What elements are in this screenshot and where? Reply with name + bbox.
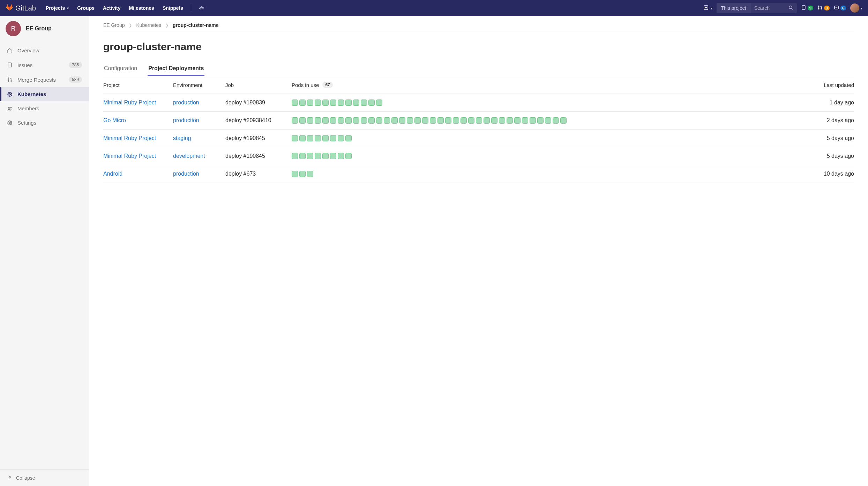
todos-count-pill: 6	[840, 6, 846, 10]
svg-rect-6	[835, 6, 838, 9]
nav-projects-label: Projects	[46, 5, 65, 11]
environment-link[interactable]: production	[173, 171, 222, 177]
sidebar-context[interactable]: R EE Group	[0, 16, 89, 41]
pod-indicator	[330, 135, 336, 141]
pod-indicator	[407, 117, 413, 124]
search-icon[interactable]	[788, 5, 793, 11]
issues-count: 785	[69, 62, 82, 68]
brand-name: GitLab	[15, 4, 36, 12]
job-cell: deploy #190845	[225, 135, 288, 141]
nav-admin-wrench[interactable]	[195, 1, 208, 15]
sidebar-collapse[interactable]: Collapse	[0, 469, 89, 486]
project-link[interactable]: Minimal Ruby Project	[103, 153, 170, 159]
members-icon	[7, 106, 13, 111]
pod-indicator	[361, 117, 367, 124]
primary-nav: Projects ▾ Groups Activity Milestones Sn…	[42, 1, 208, 15]
merge-count-pill: 3	[824, 6, 830, 10]
pod-indicator	[376, 117, 382, 124]
table-row: Minimal Ruby Projectdevelopmentdeploy #1…	[103, 147, 854, 165]
pod-indicator	[437, 117, 444, 124]
table-row: Go Microproductiondeploy #209384102 days…	[103, 112, 854, 130]
pod-indicator	[461, 117, 467, 124]
merge-count: 589	[69, 76, 82, 83]
pod-indicator	[445, 117, 451, 124]
project-link[interactable]: Minimal Ruby Project	[103, 135, 170, 141]
crumb-current: group-cluster-name	[173, 22, 218, 28]
sidebar-item-merge-requests[interactable]: Merge Requests 589	[0, 72, 89, 87]
updated-cell: 1 day ago	[805, 100, 854, 106]
sidebar-item-issues[interactable]: Issues 785	[0, 58, 89, 72]
pod-indicator	[514, 117, 521, 124]
new-menu[interactable]: ▾	[703, 5, 712, 11]
nav-snippets[interactable]: Snippets	[159, 2, 187, 14]
environment-link[interactable]: production	[173, 117, 222, 124]
sidebar-item-overview[interactable]: Overview	[0, 43, 89, 58]
pod-indicator	[322, 153, 329, 159]
plus-square-icon	[703, 5, 709, 11]
project-link[interactable]: Go Micro	[103, 117, 170, 124]
pod-indicator	[345, 100, 352, 106]
pod-indicator	[322, 100, 329, 106]
search-scope[interactable]: This project	[717, 3, 750, 13]
nav-groups[interactable]: Groups	[74, 2, 98, 14]
pod-indicator	[307, 100, 313, 106]
nav-todos-shortcut[interactable]: 6	[834, 5, 846, 11]
pod-indicator	[384, 117, 390, 124]
tab-configuration[interactable]: Configuration	[103, 61, 138, 76]
svg-point-10	[11, 81, 12, 82]
pod-indicator	[530, 117, 536, 124]
breadcrumb: EE Group ❯ Kubernetes ❯ group-cluster-na…	[103, 22, 854, 33]
pod-indicator	[468, 117, 474, 124]
nav-activity[interactable]: Activity	[99, 2, 124, 14]
chevron-down-icon: ▾	[711, 6, 712, 10]
sidebar-item-kubernetes[interactable]: Kubernetes	[0, 87, 89, 101]
brand-logo[interactable]: GitLab	[6, 3, 36, 13]
pod-indicator	[330, 117, 336, 124]
pod-indicator	[499, 117, 505, 124]
user-menu[interactable]: ▾	[850, 3, 862, 13]
pod-indicator	[299, 153, 306, 159]
nav-merge-shortcut[interactable]: 3	[817, 5, 830, 11]
pod-indicator	[307, 171, 313, 177]
tab-project-deployments[interactable]: Project Deployments	[148, 61, 204, 76]
sidebar-item-settings[interactable]: Settings	[0, 116, 89, 130]
sidebar-item-members[interactable]: Members	[0, 101, 89, 116]
pod-indicator	[537, 117, 544, 124]
svg-point-8	[8, 78, 9, 79]
pod-indicator	[307, 117, 313, 124]
search-input[interactable]	[754, 5, 786, 11]
environment-link[interactable]: staging	[173, 135, 222, 141]
home-icon	[7, 48, 13, 53]
nav-projects[interactable]: Projects ▾	[42, 2, 72, 14]
pod-indicator	[299, 100, 306, 106]
pod-indicator	[307, 153, 313, 159]
project-link[interactable]: Minimal Ruby Project	[103, 100, 170, 106]
chevron-down-icon: ▾	[67, 6, 69, 10]
pod-indicator	[345, 117, 352, 124]
pod-indicator	[522, 117, 528, 124]
updated-cell: 2 days ago	[805, 117, 854, 124]
issues-icon	[801, 5, 806, 11]
crumb-kubernetes[interactable]: Kubernetes	[136, 22, 161, 28]
table-row: Minimal Ruby Projectproductiondeploy #19…	[103, 94, 854, 112]
sidebar-item-label: Settings	[17, 120, 36, 126]
crumb-group[interactable]: EE Group	[103, 22, 125, 28]
pod-indicator	[368, 117, 375, 124]
pod-indicator	[315, 100, 321, 106]
pod-indicator	[315, 153, 321, 159]
todos-icon	[834, 5, 839, 11]
pod-indicator	[560, 117, 567, 124]
svg-point-3	[818, 6, 819, 7]
col-pods: Pods in use 67	[292, 82, 802, 88]
pods-total-badge: 67	[322, 82, 332, 88]
environment-link[interactable]: production	[173, 100, 222, 106]
pod-indicator	[315, 135, 321, 141]
project-link[interactable]: Android	[103, 171, 170, 177]
deployments-table: Project Environment Job Pods in use 67 L…	[103, 76, 854, 183]
nav-issues-shortcut[interactable]: 9	[801, 5, 813, 11]
job-cell: deploy #190839	[225, 100, 288, 106]
nav-milestones[interactable]: Milestones	[126, 2, 158, 14]
environment-link[interactable]: development	[173, 153, 222, 159]
svg-point-15	[9, 122, 10, 124]
job-cell: deploy #190845	[225, 153, 288, 159]
